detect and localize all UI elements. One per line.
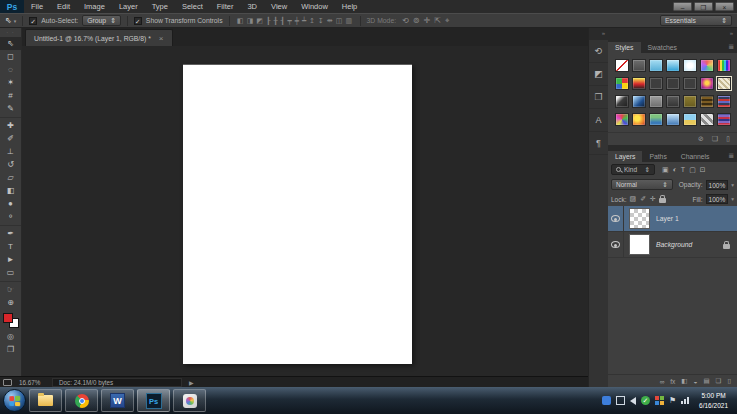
lock-transparency-icon[interactable]: ▨ xyxy=(630,195,637,203)
distribute-middle-icon[interactable]: ┿ xyxy=(293,17,300,25)
blur-tool[interactable]: ● xyxy=(0,197,21,210)
filter-pixel-layers-icon[interactable]: ▣ xyxy=(662,166,669,174)
brush-tool[interactable]: ✐ xyxy=(0,132,21,145)
menu-item[interactable]: Window xyxy=(294,0,335,13)
menu-item[interactable]: Edit xyxy=(50,0,77,13)
volume-icon[interactable] xyxy=(630,397,636,405)
filter-adjustment-layers-icon[interactable]: ◐ xyxy=(673,166,677,174)
style-swatch[interactable] xyxy=(700,77,714,90)
style-swatch[interactable] xyxy=(683,95,697,108)
3d-rotate-icon[interactable]: ⟲ xyxy=(400,16,411,25)
auto-select-checkbox[interactable]: ✓ xyxy=(29,17,37,25)
status-options-arrow[interactable]: ▶ xyxy=(189,379,194,386)
style-swatch[interactable] xyxy=(632,59,646,72)
rectangular-marquee-tool[interactable]: ◻ xyxy=(0,50,21,63)
style-swatch[interactable] xyxy=(717,77,731,90)
panel-tab[interactable]: Layers xyxy=(608,151,642,163)
crop-tool[interactable]: # xyxy=(0,89,21,102)
style-swatch[interactable] xyxy=(615,95,629,108)
delete-style-icon[interactable]: ▯ xyxy=(726,135,730,143)
chevron-down-icon[interactable]: ▾ xyxy=(731,196,734,202)
layer-comps-panel-icon[interactable]: ❐ xyxy=(589,86,608,109)
style-swatch[interactable] xyxy=(700,59,714,72)
foreground-color-swatch[interactable] xyxy=(3,313,13,323)
style-swatch[interactable] xyxy=(700,113,714,126)
lock-image-icon[interactable]: ✐ xyxy=(640,195,646,203)
distribute-top-icon[interactable]: ┯ xyxy=(286,17,293,25)
style-swatch[interactable] xyxy=(717,59,731,72)
history-brush-tool[interactable]: ↺ xyxy=(0,158,21,171)
filter-shape-layers-icon[interactable]: ▢ xyxy=(689,166,696,174)
new-layer-icon[interactable]: ❏ xyxy=(716,377,722,385)
auto-blend-icon[interactable]: ▥ xyxy=(344,17,354,25)
layer-thumbnail[interactable] xyxy=(629,234,650,255)
menu-item[interactable]: 3D xyxy=(240,0,264,13)
3d-slide-icon[interactable]: ⇱ xyxy=(432,16,443,25)
clear-style-icon[interactable]: ⊘ xyxy=(698,135,704,143)
canvas[interactable] xyxy=(183,64,412,364)
tray-app-icon[interactable] xyxy=(602,396,611,405)
delete-layer-icon[interactable]: ▯ xyxy=(727,377,731,385)
layer-mask-icon[interactable]: ◧ xyxy=(681,377,687,385)
panel-grip[interactable]: · · xyxy=(0,28,21,37)
menu-item[interactable]: File xyxy=(24,0,50,13)
style-swatch[interactable] xyxy=(700,95,714,108)
screen-mode-button[interactable]: ❐ xyxy=(0,343,21,356)
taskbar-photoshop-button[interactable]: Ps xyxy=(137,389,170,412)
style-swatch-none[interactable] xyxy=(615,59,629,72)
panel-tab[interactable]: Styles xyxy=(608,42,641,54)
style-swatch[interactable] xyxy=(683,113,697,126)
taskbar-clock[interactable]: 5:00 PM 6/16/2021 xyxy=(694,391,733,410)
antivirus-icon[interactable]: ✓ xyxy=(641,396,650,405)
taskbar-explorer-button[interactable] xyxy=(29,389,62,412)
workspace-switcher[interactable]: Essentials ⇕ xyxy=(660,15,732,26)
menu-item[interactable]: Select xyxy=(175,0,210,13)
network-icon[interactable] xyxy=(681,397,689,404)
panel-tab[interactable]: Swatches xyxy=(641,42,684,54)
visibility-toggle[interactable] xyxy=(608,206,624,231)
menu-item[interactable]: View xyxy=(264,0,294,13)
style-swatch[interactable] xyxy=(615,77,629,90)
eraser-tool[interactable]: ▱ xyxy=(0,171,21,184)
close-icon[interactable]: × xyxy=(159,34,164,43)
adjustment-layer-icon[interactable]: ◒ xyxy=(694,378,698,385)
style-swatch[interactable] xyxy=(666,59,680,72)
tray-program-icon[interactable] xyxy=(655,396,664,405)
collapse-panels-button[interactable]: » xyxy=(608,28,737,40)
restore-button[interactable]: ❐ xyxy=(694,2,713,11)
panel-tab[interactable]: Channels xyxy=(674,151,717,163)
hand-tool[interactable]: ☞ xyxy=(0,281,21,296)
style-swatch[interactable] xyxy=(717,95,731,108)
style-swatch[interactable] xyxy=(615,113,629,126)
menu-item[interactable]: Filter xyxy=(210,0,241,13)
menu-item[interactable]: Image xyxy=(77,0,112,13)
gradient-tool[interactable]: ◧ xyxy=(0,184,21,197)
tray-window-icon[interactable] xyxy=(616,396,625,405)
style-swatch[interactable] xyxy=(666,95,680,108)
taskbar-paint-button[interactable] xyxy=(173,389,206,412)
panel-tab[interactable]: Paths xyxy=(642,151,673,163)
zoom-tool[interactable]: ⊕ xyxy=(0,296,21,309)
align-top-icon[interactable]: ┠ xyxy=(264,17,271,25)
screen-mode-icon[interactable] xyxy=(3,379,12,386)
rectangle-tool[interactable]: ▭ xyxy=(0,266,21,279)
taskbar-word-button[interactable]: W xyxy=(101,389,134,412)
align-middle-icon[interactable]: ╂ xyxy=(272,17,279,25)
move-tool[interactable]: ⇖ xyxy=(0,37,21,50)
current-tool-button[interactable]: ⇖ ▾ xyxy=(5,16,16,25)
layer-name[interactable]: Background xyxy=(656,241,692,248)
properties-panel-icon[interactable]: ◩ xyxy=(589,63,608,86)
panel-menu-icon[interactable]: ≣ xyxy=(728,152,734,160)
style-swatch[interactable] xyxy=(683,59,697,72)
type-tool[interactable]: T xyxy=(0,240,21,253)
eyedropper-tool[interactable]: ✎ xyxy=(0,102,21,115)
distribute-right-icon[interactable]: ↧ xyxy=(317,17,326,25)
3d-drag-icon[interactable]: ✛ xyxy=(421,16,432,25)
lasso-tool[interactable]: ◌ xyxy=(0,63,21,76)
blend-mode-dropdown[interactable]: Normal ⇕ xyxy=(611,179,673,190)
chevron-down-icon[interactable]: ▾ xyxy=(731,182,734,188)
fill-value[interactable]: 100% xyxy=(706,194,729,204)
style-swatch[interactable] xyxy=(649,59,663,72)
style-swatch[interactable] xyxy=(649,77,663,90)
lock-position-icon[interactable]: ✛ xyxy=(650,195,656,203)
